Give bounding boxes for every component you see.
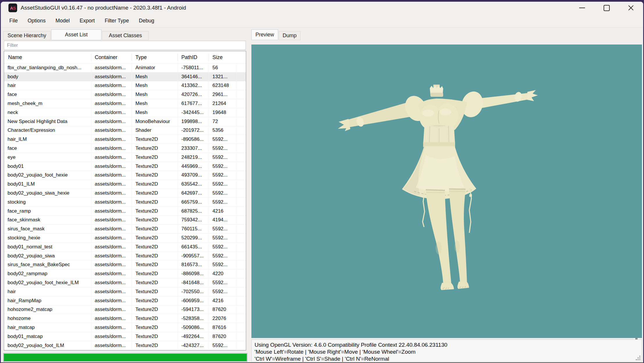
table-row[interactable]: face assets/dorm... Mesh 420726... 2961.… <box>4 90 246 99</box>
cell-name: stocking <box>4 198 91 207</box>
table-row[interactable]: body02_youjiao_siwa_hexie assets/dorm...… <box>4 189 246 198</box>
cell-name: face_ramp <box>4 207 91 216</box>
cell-size: 21264 <box>209 99 237 108</box>
cell-type: Texture2D <box>132 314 178 323</box>
table-row[interactable]: body01_normal_test assets/dorm... Textur… <box>4 243 246 252</box>
cell-name: body01_ILM <box>4 180 91 188</box>
cell-pathid: -606959... <box>178 296 209 305</box>
table-row[interactable]: face assets/dorm... Texture2D 233307... … <box>4 144 246 153</box>
cell-pathid: 642697... <box>178 189 209 197</box>
cell-type: Texture2D <box>132 153 178 162</box>
column-header-container[interactable]: Container <box>91 54 132 61</box>
column-header-name[interactable]: Name <box>4 54 91 61</box>
cell-pathid: 493709... <box>178 171 209 180</box>
tab-asset-list[interactable]: Asset List <box>51 29 101 40</box>
cell-type: Texture2D <box>132 243 178 251</box>
cell-name: body02_rampmap <box>4 269 91 278</box>
tab-preview[interactable]: Preview <box>251 29 278 40</box>
column-header-size[interactable]: Size <box>209 54 237 61</box>
table-row[interactable]: body assets/dorm... Mesh 364146... 1321.… <box>4 72 246 81</box>
app-window: AS AssetStudioGUI v0.16.47 - no productN… <box>1 1 643 363</box>
menu-item-debug[interactable]: Debug <box>134 16 159 26</box>
cell-type: Shader <box>132 126 178 135</box>
menu-item-options[interactable]: Options <box>23 16 51 26</box>
cell-size: 72 <box>209 117 237 126</box>
minimize-button[interactable] <box>570 2 594 14</box>
table-row[interactable]: hohozome2_matcap assets/dorm... Texture2… <box>4 305 246 314</box>
cell-container: assets/dorm... <box>91 305 132 314</box>
close-button[interactable] <box>619 2 643 14</box>
cell-size: 87616 <box>209 323 237 332</box>
cell-type: Texture2D <box>132 323 178 332</box>
tab-scene-hierarchy[interactable]: Scene Hierarchy <box>3 31 51 40</box>
asset-list-table: NameContainerTypePathIDSize fbx_char_tia… <box>4 51 246 350</box>
cell-pathid: -890586... <box>178 135 209 144</box>
cell-container: assets/dorm... <box>91 135 132 144</box>
title-bar[interactable]: AS AssetStudioGUI v0.16.47 - no productN… <box>1 2 643 14</box>
cell-pathid: 617677... <box>178 99 209 108</box>
filter-input[interactable] <box>4 41 246 50</box>
table-row[interactable]: body02_youjiao_foot_hexie assets/dorm...… <box>4 171 246 180</box>
cell-type: Texture2D <box>132 261 178 269</box>
table-row[interactable]: stocking_hexie assets/dorm... Texture2D … <box>4 234 246 243</box>
cell-container: assets/dorm... <box>91 207 132 216</box>
cell-type: Texture2D <box>132 225 178 233</box>
menu-item-filter-type[interactable]: Filter Type <box>100 16 134 26</box>
menu-item-export[interactable]: Export <box>75 16 100 26</box>
cell-type: Texture2D <box>132 189 178 197</box>
table-row[interactable]: sirus_face_mask_BakeSpec assets/dorm... … <box>4 261 246 270</box>
table-row[interactable]: face_ramp assets/dorm... Texture2D 68782… <box>4 207 246 216</box>
table-row[interactable]: Character/Expression assets/dorm... Shad… <box>4 126 246 135</box>
cell-size: 5592... <box>209 180 237 188</box>
cell-container: assets/dorm... <box>91 234 132 242</box>
window-controls <box>570 2 643 14</box>
cell-pathid: -702550... <box>178 287 209 296</box>
cell-pathid: 665759... <box>178 198 209 207</box>
cell-size: 22076 <box>209 314 237 323</box>
table-row[interactable]: eye assets/dorm... Texture2D 248219... 5… <box>4 153 246 162</box>
model-preview-viewport[interactable] <box>251 45 642 338</box>
table-row[interactable]: neck assets/dorm... Mesh -342445... 1964… <box>4 108 246 117</box>
table-row[interactable]: body01_matcap assets/dorm... Texture2D -… <box>4 332 246 341</box>
cell-container: assets/dorm... <box>91 117 132 126</box>
table-row[interactable]: hohozome assets/dorm... Texture2D -52835… <box>4 314 246 323</box>
table-row[interactable]: sirus_face_mask assets/dorm... Texture2D… <box>4 225 246 234</box>
cell-type: Texture2D <box>132 207 178 216</box>
menu-item-file[interactable]: File <box>4 16 23 26</box>
table-row[interactable]: hair assets/dorm... Texture2D -702550...… <box>4 287 246 296</box>
table-row[interactable]: body02_stocking_matcap assets/dorm... Te… <box>4 350 246 351</box>
table-row[interactable]: hair assets/dorm... Mesh 413362... 62314… <box>4 81 246 90</box>
cell-size: 5592... <box>209 225 237 233</box>
cell-container: assets/dorm... <box>91 144 132 153</box>
cell-container: assets/dorm... <box>91 287 132 296</box>
table-row[interactable]: body02_youjiao_foot_hexie_ILM assets/dor… <box>4 278 246 287</box>
cell-pathid: -342445... <box>178 108 209 117</box>
table-row[interactable]: body01 assets/dorm... Texture2D 445969..… <box>4 162 246 171</box>
column-header-pathid[interactable]: PathID <box>178 54 209 61</box>
table-row[interactable]: hair_ILM assets/dorm... Texture2D -89058… <box>4 135 246 144</box>
maximize-button[interactable] <box>594 2 619 14</box>
resize-grip-icon[interactable] <box>636 355 641 361</box>
cell-size: 5592... <box>209 341 237 350</box>
maximize-icon <box>604 5 610 11</box>
cell-type: Texture2D <box>132 216 178 225</box>
table-row[interactable]: body02_youjiao_siwa assets/dorm... Textu… <box>4 252 246 261</box>
table-row[interactable]: body02_rampmap assets/dorm... Texture2D … <box>4 269 246 278</box>
menu-item-model[interactable]: Model <box>51 16 75 26</box>
table-row[interactable]: body01_ILM assets/dorm... Texture2D 6355… <box>4 180 246 189</box>
table-row[interactable]: hair_RampMap assets/dorm... Texture2D -6… <box>4 296 246 305</box>
table-row[interactable]: body02_youjiao_foot_ILM assets/dorm... T… <box>4 341 246 350</box>
tab-dump[interactable]: Dump <box>279 31 300 40</box>
table-row[interactable]: New Special Highlight Data assets/dorm..… <box>4 117 246 126</box>
table-row[interactable]: fbx_char_tianlangxing_db_nosh... assets/… <box>4 63 246 72</box>
table-row[interactable]: face_skinmask assets/dorm... Texture2D 7… <box>4 216 246 225</box>
tab-asset-classes[interactable]: Asset Classes <box>102 31 149 40</box>
app-icon: AS <box>8 3 17 12</box>
table-row[interactable]: hair_matcap assets/dorm... Texture2D -50… <box>4 323 246 332</box>
column-header-type[interactable]: Type <box>132 54 178 61</box>
table-row[interactable]: stocking assets/dorm... Texture2D 665759… <box>4 198 246 207</box>
cell-name: hair_RampMap <box>4 296 91 305</box>
table-row[interactable]: mesh_cheek_m assets/dorm... Mesh 617677.… <box>4 99 246 108</box>
cell-type: Texture2D <box>132 305 178 314</box>
minimize-icon <box>579 8 585 8</box>
